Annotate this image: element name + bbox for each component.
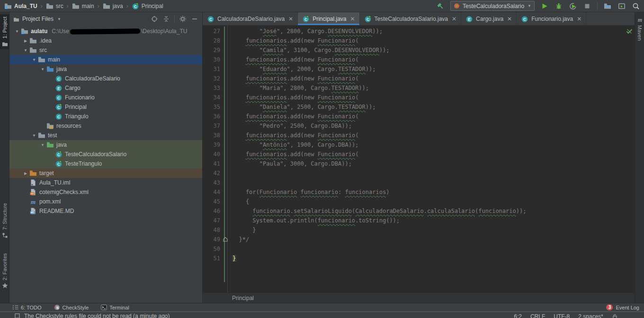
collapse-all-icon[interactable] (162, 15, 170, 23)
tree-item-Cargo[interactable]: ECargo (9, 83, 202, 93)
breadcrumb-item-Principal[interactable]: CPrincipal (130, 2, 165, 10)
code-line-35: 35 "Daniela", 2500, Cargo.TESTADOR)); (203, 102, 635, 112)
build-hammer-icon[interactable] (436, 2, 445, 10)
tree-down-arrow[interactable]: ▼ (39, 67, 46, 71)
tab-Principal.java[interactable]: CPrincipal.java✕ (298, 12, 359, 25)
tree-down-arrow[interactable]: ▼ (39, 143, 46, 147)
file-encoding[interactable]: UTF-8 (554, 313, 570, 318)
search-icon[interactable] (632, 2, 640, 10)
tool-button-favorites[interactable]: 2: Favorites (0, 251, 9, 291)
tree-item-CalculadoraDeSalario[interactable]: CCalculadoraDeSalario (9, 74, 202, 83)
event-log-button[interactable]: 3 Event Log (606, 304, 639, 310)
close-icon[interactable]: ✕ (452, 16, 456, 22)
svg-text:S: S (56, 306, 59, 310)
toolbar-divider (597, 2, 598, 10)
tree-item-Triangulo[interactable]: CTriangulo (9, 112, 202, 121)
caret-position[interactable]: 6:2 (514, 313, 522, 318)
lock-icon[interactable] (612, 313, 618, 318)
chevron-down-icon: ▼ (528, 4, 531, 8)
breadcrumb-item-src[interactable]: src (45, 2, 65, 10)
class-icon: C (207, 15, 215, 23)
code-line-49: 49 }*/ (203, 235, 635, 244)
svg-text:C: C (57, 77, 60, 81)
tab-Cargo.java[interactable]: ECargo.java✕ (461, 12, 517, 25)
tree-item-java[interactable]: ▼java (9, 64, 202, 74)
line-separator[interactable]: CRLF (530, 313, 545, 318)
close-icon[interactable]: ✕ (507, 16, 512, 22)
tree-item-aulatu[interactable]: ▼aulatuC:\Use\Desktop\Aula_TU (9, 26, 202, 36)
tree-item-cotemigChecks.xml[interactable]: <>cotemigChecks.xml (9, 187, 202, 197)
code-line-48: 48 } (203, 225, 635, 235)
status-message[interactable]: The Checkstyle rules file could not be r… (24, 313, 170, 318)
run-window-icon[interactable] (617, 2, 626, 10)
iml-file-icon (29, 179, 37, 186)
tree-item-src[interactable]: ▼src (9, 45, 202, 55)
folder-icon (29, 46, 37, 54)
tab-TesteCalculadoraSalario.java[interactable]: CTesteCalculadoraSalario.java✕ (360, 12, 461, 25)
tree-item-pom.xml[interactable]: mpom.xml (9, 197, 202, 206)
tree-item-.idea[interactable]: ▶.idea (9, 36, 202, 45)
tool-button-project[interactable]: 1: Project (0, 14, 9, 49)
tree-down-arrow[interactable]: ▼ (13, 29, 21, 34)
tree-item-target[interactable]: ▶target (9, 168, 202, 178)
indent-setting[interactable]: 2 spaces* (578, 313, 603, 318)
code-line-33: 33 "Maria", 2800, Cargo.TESTADOR)); (203, 83, 635, 93)
tree-right-arrow[interactable]: ▶ (22, 39, 29, 43)
tree-item-Principal[interactable]: CPrincipal (9, 102, 202, 112)
gear-icon[interactable] (179, 15, 187, 23)
tree-right-arrow[interactable]: ▶ (22, 171, 29, 176)
tab-CalculadoraDeSalario.java[interactable]: CCalculadoraDeSalario.java✕ (203, 12, 298, 25)
chevron-down-icon: ▼ (57, 17, 61, 21)
editor-breadcrumb-bar: Principal (203, 292, 635, 303)
tree-item-TesteTriangulo[interactable]: CTesteTriangulo (9, 159, 202, 168)
project-changes-icon[interactable] (603, 2, 612, 10)
breadcrumb-item-main[interactable]: main (71, 2, 96, 10)
breadcrumb-item-java[interactable]: java (101, 2, 125, 10)
tool-button-terminal[interactable]: Terminal (101, 304, 129, 310)
tree-item-java[interactable]: ▼java (9, 140, 202, 150)
close-icon[interactable]: ✕ (577, 16, 581, 22)
tree-down-arrow[interactable]: ▼ (30, 58, 38, 62)
svg-text:C: C (57, 115, 60, 119)
tree-item-Funcionario[interactable]: CFuncionario (9, 93, 202, 102)
tool-button-maven[interactable]: m Maven (635, 14, 644, 43)
tree-down-arrow[interactable]: ▼ (30, 133, 38, 138)
project-view-select[interactable]: Project Files (22, 16, 54, 22)
close-icon[interactable]: ✕ (288, 16, 293, 22)
project-folder-icon (21, 27, 28, 35)
code-line-39: 39 "Antônio", 1900, Cargo.DBA)); (203, 140, 635, 150)
tool-button-todo[interactable]: 6: TODO (12, 304, 42, 310)
tree-item-resources[interactable]: resources (9, 121, 202, 131)
tree-item-main[interactable]: ▼main (9, 55, 202, 64)
close-icon[interactable]: ✕ (350, 16, 355, 22)
tool-button-checkstyle[interactable]: S CheckStyle (54, 304, 89, 310)
tree-item-TesteCalculadoraSalario[interactable]: CTesteCalculadoraSalario (9, 150, 202, 159)
breadcrumb-item-Aula_TU[interactable]: Aula_TU (3, 2, 39, 10)
favorites-tool-icon (2, 283, 8, 289)
code-editor[interactable]: 27 "José", 2800, Cargo.DESENVOLVEDOR));2… (203, 26, 635, 292)
coverage-button[interactable] (569, 2, 577, 10)
run-config-select[interactable]: TesteCalculadoraSalario ▼ (450, 1, 535, 11)
fold-marker-icon[interactable] (223, 236, 228, 242)
code-line-41: 41 "Paula", 3000, Cargo.DBA)); (203, 159, 635, 168)
tool-button-structure[interactable]: 7: Structure (0, 201, 9, 241)
locate-file-icon[interactable] (151, 15, 158, 23)
line-number: 38 (203, 131, 220, 140)
src-folder-icon (46, 65, 54, 73)
tree-item-test[interactable]: ▼test (9, 131, 202, 140)
tree-item-Aula_TU.iml[interactable]: Aula_TU.iml (9, 178, 202, 187)
tree-down-arrow[interactable]: ▼ (22, 48, 29, 53)
code-line-30: 30 funcionarios.add(new Funcionario( (203, 55, 635, 64)
run-button[interactable] (540, 2, 549, 10)
pom-file-icon: m (29, 198, 37, 205)
title-bar: Aula_TU›src›main›java›CPrincipal TesteCa… (0, 0, 644, 12)
hide-panel-icon[interactable] (191, 15, 198, 23)
line-number: 43 (203, 178, 220, 187)
breadcrumb-class[interactable]: Principal (232, 295, 254, 301)
tree-item-README.MD[interactable]: MDREADME.MD (9, 206, 202, 216)
debug-button[interactable] (555, 2, 563, 10)
tab-Funcionario.java[interactable]: CFuncionario.java✕ (517, 12, 586, 25)
class-run-icon: C (364, 15, 372, 23)
class-run-icon: C (132, 2, 139, 10)
project-panel: Project Files ▼ ▼aulatuC:\Use\Desktop\Au… (9, 12, 203, 303)
